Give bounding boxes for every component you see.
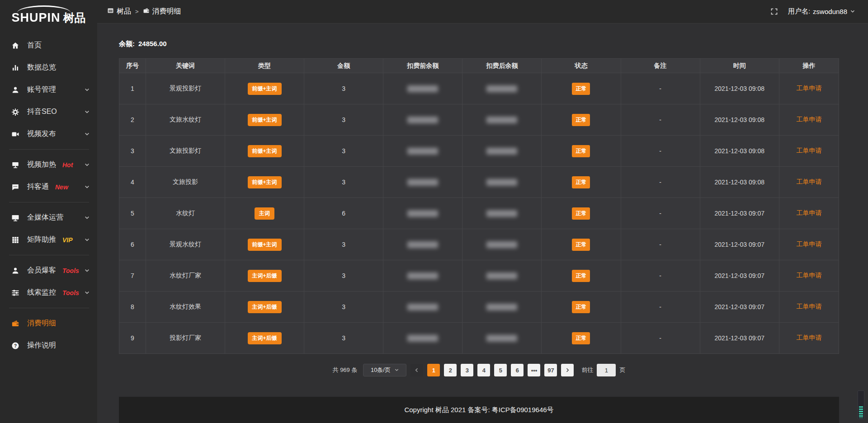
cell-keyword: 文旅投影灯 [146, 136, 225, 167]
cell-time: 2021-12-03 09:07 [700, 229, 779, 260]
member-icon [11, 266, 20, 275]
next-page-button[interactable] [561, 364, 574, 376]
chevron-down-icon [84, 268, 90, 273]
sidebar-item-操作说明[interactable]: ? 操作说明 [0, 334, 97, 357]
column-header-扣费前余额: 扣费前余额 [383, 59, 462, 73]
cell-index: 3 [119, 136, 146, 167]
sidebar-item-label: 账号管理 [27, 85, 56, 94]
page-button-1[interactable]: 1 [427, 364, 440, 376]
sidebar-item-视频发布[interactable]: 视频发布 [0, 123, 97, 145]
masked-balance-after [486, 179, 517, 186]
sidebar-item-抖音SEO[interactable]: 抖音SEO [0, 101, 97, 123]
cell-amount: 6 [304, 198, 383, 229]
masked-balance-before [407, 148, 438, 155]
grid-icon [11, 235, 20, 244]
sidebar-item-label: 全媒体运营 [27, 213, 63, 222]
cell-time: 2021-12-03 09:08 [700, 136, 779, 167]
sidebar-item-会员爆客[interactable]: 会员爆客 Tools [0, 259, 97, 282]
chevron-down-icon [84, 87, 90, 93]
chevron-down-icon [84, 290, 90, 296]
page-size-select[interactable]: 10条/页 [363, 364, 406, 376]
sidebar-item-label: 视频加热 [27, 160, 56, 169]
status-badge: 正常 [572, 332, 590, 344]
cell-time: 2021-12-03 09:07 [700, 260, 779, 291]
side-widget-decoration[interactable] [858, 390, 864, 419]
prev-page-button[interactable] [410, 364, 423, 376]
goto-page-input[interactable] [597, 364, 616, 376]
sidebar-item-label: 会员爆客 [27, 266, 56, 275]
breadcrumb-item-page[interactable]: 消费明细 [143, 7, 181, 16]
wallet-icon [143, 7, 150, 16]
column-header-操作: 操作 [779, 59, 839, 73]
page-button-4[interactable]: 4 [477, 364, 490, 376]
ticket-request-link[interactable]: 工单申请 [796, 147, 821, 154]
goto-page: 前往 页 [581, 364, 625, 376]
table-body: 1 景观投影灯 前缀+主词 3 正常 - 2021-12-03 09:08 工单… [119, 73, 839, 354]
cell-amount: 3 [304, 167, 383, 198]
page-button-5[interactable]: 5 [494, 364, 507, 376]
svg-text:?: ? [14, 343, 17, 348]
sidebar-item-全媒体运营[interactable]: 全媒体运营 [0, 207, 97, 229]
ticket-request-link[interactable]: 工单申请 [796, 85, 821, 92]
ticket-request-link[interactable]: 工单申请 [796, 303, 821, 310]
masked-balance-after [486, 117, 517, 123]
topbar: 树品 > 消费明细 用户名: zswodun88 [97, 0, 868, 24]
page-button-6[interactable]: 6 [511, 364, 524, 376]
page-button-2[interactable]: 2 [444, 364, 457, 376]
sidebar-item-视频加热[interactable]: 视频加热 Hot [0, 154, 97, 176]
username-value: zswodun88 [813, 8, 847, 15]
sidebar-item-线索监控[interactable]: 线索监控 Tools [0, 282, 97, 304]
ticket-request-link[interactable]: 工单申请 [796, 116, 821, 123]
ticket-request-link[interactable]: 工单申请 [796, 209, 821, 216]
cell-amount: 3 [304, 323, 383, 354]
ticket-request-link[interactable]: 工单申请 [796, 240, 821, 248]
ticket-request-link[interactable]: 工单申请 [796, 178, 821, 185]
sidebar-item-首页[interactable]: 首页 [0, 34, 97, 56]
home-icon [11, 41, 20, 50]
type-badge: 前缀+主词 [248, 176, 282, 188]
sidebar-item-label: 数据总览 [27, 63, 56, 72]
page-size-value: 10条/页 [371, 366, 391, 374]
masked-balance-before [407, 117, 438, 123]
sidebar-item-抖客通[interactable]: 抖客通 New [0, 176, 97, 198]
type-badge: 前缀+主词 [248, 114, 282, 126]
type-badge: 前缀+主词 [248, 239, 282, 251]
sidebar-item-tag: Tools [62, 289, 79, 296]
cell-remark: - [621, 198, 700, 229]
fullscreen-icon[interactable] [770, 8, 778, 15]
ticket-request-link[interactable]: 工单申请 [796, 272, 821, 279]
masked-balance-after [486, 241, 517, 248]
page-button-3[interactable]: 3 [461, 364, 473, 376]
goto-label: 前往 [581, 366, 593, 374]
sliders-icon [11, 288, 20, 297]
page-ellipsis-button[interactable]: ••• [528, 364, 540, 376]
cell-remark: - [621, 104, 700, 136]
page-button-97[interactable]: 97 [544, 364, 557, 376]
heat-icon [11, 160, 20, 169]
breadcrumb-label: 树品 [117, 7, 131, 16]
sidebar-divider [9, 149, 89, 150]
type-badge: 前缀+主词 [248, 83, 282, 95]
sidebar-item-label: 抖客通 [27, 182, 49, 192]
cell-remark: - [621, 73, 700, 104]
sidebar-item-账号管理[interactable]: 账号管理 [0, 79, 97, 101]
app-logo: SHUPIN 树品 [0, 5, 97, 31]
logo-text-en: SHUPIN [11, 10, 60, 25]
column-header-状态: 状态 [542, 59, 621, 73]
cell-index: 5 [119, 198, 146, 229]
sidebar-item-消费明细[interactable]: 消费明细 [0, 312, 97, 334]
cell-keyword: 景观水纹灯 [146, 229, 225, 260]
cell-remark: - [621, 167, 700, 198]
status-badge: 正常 [572, 270, 590, 282]
breadcrumb-item-app[interactable]: 树品 [107, 7, 131, 16]
masked-balance-before [407, 179, 438, 186]
user-menu[interactable]: 用户名: zswodun88 [788, 7, 855, 16]
chevron-down-icon [84, 184, 90, 190]
sidebar-item-矩阵助推[interactable]: 矩阵助推 VIP [0, 229, 97, 251]
cell-index: 9 [119, 323, 146, 354]
gear-icon [11, 108, 20, 117]
goto-unit: 页 [619, 366, 625, 374]
ticket-request-link[interactable]: 工单申请 [796, 334, 821, 341]
sidebar-item-数据总览[interactable]: 数据总览 [0, 56, 97, 79]
breadcrumb: 树品 > 消费明细 [107, 7, 181, 16]
